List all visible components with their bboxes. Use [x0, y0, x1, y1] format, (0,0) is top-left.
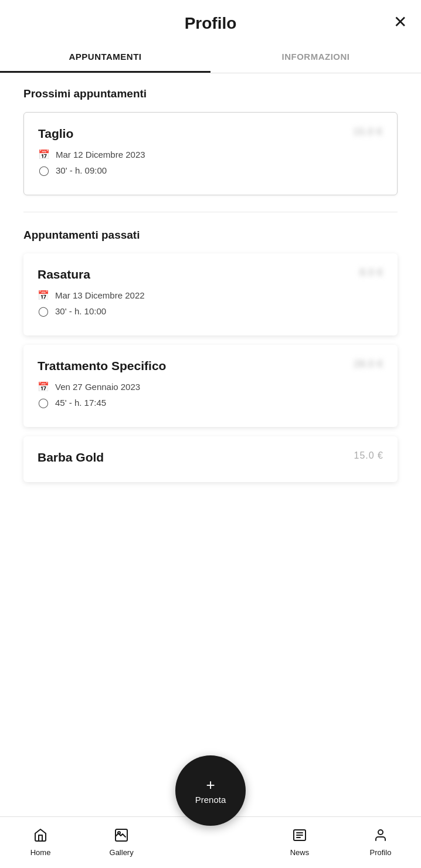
card-info: 📅 Mar 12 Dicembre 2023 ◯ 30' - h. 09:00 — [38, 149, 383, 176]
card-date-row: 📅 Mar 12 Dicembre 2023 — [38, 149, 383, 160]
main-content: Prossimi appuntamenti Taglio 15.0 € 📅 Ma… — [0, 73, 421, 576]
card-time-row: ◯ 30' - h. 10:00 — [38, 306, 383, 317]
fab-plus-icon: + — [206, 777, 215, 792]
upcoming-appointment-price: 15.0 € — [354, 127, 383, 137]
past-appointment-price-1: 28.0 € — [354, 359, 383, 369]
news-icon — [293, 828, 307, 846]
upcoming-appointment-date: Mar 12 Dicembre 2023 — [56, 150, 145, 160]
past-appointment-card-0[interactable]: Rasatura 8.0 € 📅 Mar 13 Dicembre 2022 ◯ … — [23, 253, 398, 335]
card-header: Barba Gold 15.0 € — [38, 450, 383, 464]
close-button[interactable]: ✕ — [393, 14, 407, 30]
past-appointment-name-2: Barba Gold — [38, 450, 104, 464]
card-date-row: 📅 Mar 13 Dicembre 2022 — [38, 290, 383, 301]
header: Profilo ✕ — [0, 0, 421, 42]
upcoming-appointment-name: Taglio — [38, 127, 73, 141]
tab-appuntamenti[interactable]: APPUNTAMENTI — [0, 42, 210, 73]
past-appointment-price-0: 8.0 € — [359, 267, 383, 278]
upcoming-appointment-time: 30' - h. 09:00 — [56, 165, 107, 175]
past-appointment-name-0: Rasatura — [38, 267, 90, 282]
section-divider — [23, 212, 398, 212]
calendar-icon: 📅 — [38, 290, 49, 301]
nav-item-news[interactable]: News — [259, 823, 340, 862]
past-appointment-card-1[interactable]: Trattamento Specifico 28.0 € 📅 Ven 27 Ge… — [23, 345, 398, 427]
past-appointment-date-0: Mar 13 Dicembre 2022 — [55, 290, 145, 300]
upcoming-appointment-card[interactable]: Taglio 15.0 € 📅 Mar 12 Dicembre 2023 ◯ 3… — [23, 112, 398, 195]
past-appointment-price-2: 15.0 € — [354, 450, 383, 461]
fab-label: Prenota — [195, 795, 226, 805]
past-appointment-time-1: 45' - h. 17:45 — [55, 398, 106, 408]
nav-label-home: Home — [30, 848, 51, 857]
upcoming-section-title: Prossimi appuntamenti — [23, 87, 398, 100]
card-time-row: ◯ 45' - h. 17:45 — [38, 397, 383, 408]
price-partial: 15.0 € — [354, 450, 383, 460]
gallery-icon — [114, 828, 128, 846]
svg-point-7 — [378, 830, 383, 835]
clock-icon: ◯ — [38, 165, 50, 176]
nav-item-gallery[interactable]: Gallery — [81, 823, 162, 862]
card-time-row: ◯ 30' - h. 09:00 — [38, 165, 383, 176]
past-section: Appuntamenti passati Rasatura 8.0 € 📅 Ma… — [23, 229, 398, 482]
past-section-title: Appuntamenti passati — [23, 229, 398, 242]
upcoming-section: Prossimi appuntamenti Taglio 15.0 € 📅 Ma… — [23, 87, 398, 195]
card-info: 📅 Ven 27 Gennaio 2023 ◯ 45' - h. 17:45 — [38, 381, 383, 408]
past-appointment-date-1: Ven 27 Gennaio 2023 — [55, 382, 140, 392]
card-info: 📅 Mar 13 Dicembre 2022 ◯ 30' - h. 10:00 — [38, 290, 383, 317]
nav-label-gallery: Gallery — [110, 848, 134, 857]
price-blurred: 15.0 € — [354, 127, 383, 137]
card-date-row: 📅 Ven 27 Gennaio 2023 — [38, 381, 383, 392]
clock-icon: ◯ — [38, 397, 49, 408]
past-appointment-name-1: Trattamento Specifico — [38, 359, 166, 373]
nav-item-home[interactable]: Home — [0, 823, 81, 862]
home-icon — [33, 828, 47, 846]
nav-item-profilo[interactable]: Profilo — [340, 823, 421, 862]
calendar-icon: 📅 — [38, 381, 49, 392]
nav-label-profilo: Profilo — [370, 848, 392, 857]
card-header: Trattamento Specifico 28.0 € — [38, 359, 383, 373]
tabs-bar: APPUNTAMENTI INFORMAZIONI — [0, 42, 421, 73]
card-header: Taglio 15.0 € — [38, 127, 383, 141]
card-header: Rasatura 8.0 € — [38, 267, 383, 282]
fab-container: + Prenota — [175, 755, 246, 826]
tab-informazioni[interactable]: INFORMAZIONI — [210, 42, 421, 73]
price-blurred-1: 28.0 € — [354, 359, 383, 369]
prenota-fab-button[interactable]: + Prenota — [175, 755, 246, 826]
past-appointment-time-0: 30' - h. 10:00 — [55, 306, 106, 316]
past-appointment-card-2-partial[interactable]: Barba Gold 15.0 € — [23, 436, 398, 482]
clock-icon: ◯ — [38, 306, 49, 317]
nav-label-news: News — [290, 848, 310, 857]
calendar-icon: 📅 — [38, 149, 50, 160]
page-title: Profilo — [185, 14, 237, 33]
price-blurred-0: 8.0 € — [359, 267, 383, 278]
nav-fab-spacer — [162, 838, 259, 847]
profilo-icon — [374, 828, 388, 846]
